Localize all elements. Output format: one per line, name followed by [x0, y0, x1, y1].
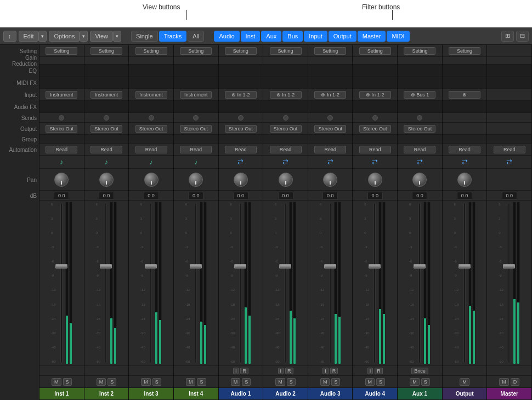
fader-thumb-audio2[interactable]	[279, 264, 291, 268]
setting-btn-aux1[interactable]: Setting	[404, 47, 435, 55]
input-btn-inst1[interactable]: Instrument	[46, 91, 77, 99]
view-single-button[interactable]: Single	[131, 31, 158, 42]
input-btn-output[interactable]: ⊗	[449, 91, 480, 99]
pan-knob-audio1[interactable]	[234, 173, 248, 187]
auto-btn-inst1[interactable]: Read	[46, 146, 77, 153]
input-btn-inst2[interactable]: Instrument	[90, 91, 122, 99]
pan-knob-inst3[interactable]	[144, 173, 159, 187]
db-value-master[interactable]: 0.0	[502, 192, 517, 199]
input-btn-audio2[interactable]: ⊗ In 1-2	[270, 91, 302, 99]
auto-btn-inst4[interactable]: Read	[180, 146, 212, 153]
setting-btn-audio3[interactable]: Setting	[314, 47, 346, 55]
db-value-aux1[interactable]: 0.0	[412, 192, 427, 199]
solo-btn-inst1[interactable]: S	[63, 378, 72, 386]
solo-btn-inst3[interactable]: S	[152, 378, 161, 386]
mute-btn-master[interactable]: M	[499, 378, 509, 386]
mute-btn-audio3[interactable]: M	[320, 378, 330, 386]
solo-btn-audio2[interactable]: S	[287, 378, 296, 386]
setting-btn-output[interactable]: Setting	[449, 47, 480, 55]
fader-thumb-audio3[interactable]	[324, 264, 336, 268]
fader-rail-inst3[interactable]	[150, 203, 152, 363]
mute-btn-inst1[interactable]: M	[52, 378, 61, 386]
edit-button[interactable]: Edit	[19, 31, 39, 42]
fader-thumb-aux1[interactable]	[414, 264, 426, 268]
fader-rail-master[interactable]	[508, 203, 510, 363]
fader-thumb-master[interactable]	[503, 264, 515, 268]
mute-btn-output[interactable]: M	[460, 378, 469, 386]
setting-btn-audio2[interactable]: Setting	[270, 47, 302, 55]
bounce-btn-aux1[interactable]: Bnce	[411, 368, 428, 374]
auto-btn-master[interactable]: Read	[494, 146, 525, 153]
input-monitor-btn-audio3[interactable]: I	[322, 368, 329, 374]
db-value-audio2[interactable]: 0.0	[278, 192, 293, 199]
pan-knob-inst4[interactable]	[189, 173, 203, 187]
fader-rail-audio4[interactable]	[373, 203, 376, 363]
input-btn-audio1[interactable]: ⊗ In 1-2	[225, 91, 257, 99]
view-tracks-button[interactable]: Tracks	[159, 31, 187, 42]
db-value-output[interactable]: 0.0	[457, 192, 472, 199]
db-value-inst4[interactable]: 0.0	[188, 192, 203, 199]
pan-aux1[interactable]	[398, 169, 442, 191]
filter-input-button[interactable]: Input	[304, 31, 327, 42]
view-all-button[interactable]: All	[188, 31, 204, 42]
options-button[interactable]: Options	[49, 31, 80, 42]
fader-rail-inst1[interactable]	[60, 203, 63, 363]
input-monitor-btn-audio2[interactable]: I	[278, 368, 284, 374]
auto-btn-audio2[interactable]: Read	[270, 146, 302, 153]
filter-midi-button[interactable]: MIDI	[387, 31, 409, 42]
input-monitor-btn-audio1[interactable]: I	[233, 368, 239, 374]
fader-thumb-audio1[interactable]	[234, 264, 246, 268]
back-button[interactable]: ↑	[3, 31, 16, 42]
setting-btn-audio4[interactable]: Setting	[359, 47, 391, 55]
solo-btn-audio3[interactable]: S	[331, 378, 340, 386]
options-arrow[interactable]: ▾	[80, 31, 88, 42]
solo-btn-inst4[interactable]: S	[197, 378, 206, 386]
view-arrow[interactable]: ▾	[113, 31, 121, 42]
db-value-audio4[interactable]: 0.0	[367, 192, 383, 199]
view-button[interactable]: View	[90, 31, 113, 42]
fader-rail-audio2[interactable]	[284, 203, 286, 363]
solo-btn-audio4[interactable]: S	[376, 378, 385, 386]
pan-knob-audio3[interactable]	[323, 173, 337, 187]
fader-rail-aux1[interactable]	[418, 203, 421, 363]
setting-btn-audio1[interactable]: Setting	[225, 47, 257, 55]
setting-btn-inst3[interactable]: Setting	[135, 47, 167, 55]
filter-bus-button[interactable]: Bus	[282, 31, 303, 42]
pan-audio1[interactable]	[219, 169, 263, 191]
setting-btn-inst4[interactable]: Setting	[180, 47, 212, 55]
pan-audio3[interactable]	[308, 169, 353, 191]
filter-audio-button[interactable]: Audio	[214, 31, 239, 42]
db-value-inst1[interactable]: 0.0	[54, 192, 69, 199]
pan-knob-inst2[interactable]	[99, 173, 114, 187]
setting-btn-inst2[interactable]: Setting	[90, 47, 122, 55]
solo-btn-aux1[interactable]: S	[421, 378, 430, 386]
auto-btn-audio3[interactable]: Read	[314, 146, 346, 153]
record-btn-audio3[interactable]: R	[330, 368, 338, 374]
pan-knob-audio2[interactable]	[279, 173, 293, 187]
fader-thumb-inst3[interactable]	[145, 264, 157, 268]
solo-btn-audio1[interactable]: S	[242, 378, 251, 386]
fader-thumb-inst4[interactable]	[190, 264, 202, 268]
pan-audio2[interactable]	[263, 169, 308, 191]
db-value-audio3[interactable]: 0.0	[322, 192, 338, 199]
auto-btn-audio1[interactable]: Read	[225, 146, 257, 153]
auto-btn-inst2[interactable]: Read	[90, 146, 122, 153]
pan-knob-aux1[interactable]	[412, 173, 427, 187]
output-btn-audio4[interactable]: Stereo Out	[359, 125, 391, 133]
output-btn-audio3[interactable]: Stereo Out	[314, 125, 346, 133]
pan-audio4[interactable]	[353, 169, 397, 191]
input-btn-audio4[interactable]: ⊗ In 1-2	[359, 91, 391, 99]
record-btn-audio2[interactable]: R	[285, 368, 293, 374]
auto-btn-output[interactable]: Read	[449, 146, 480, 153]
mute-btn-inst4[interactable]: M	[186, 378, 196, 386]
fader-thumb-inst2[interactable]	[100, 264, 112, 268]
record-btn-audio4[interactable]: R	[375, 368, 383, 374]
filter-output-button[interactable]: Output	[329, 31, 356, 42]
fader-rail-audio3[interactable]	[329, 203, 331, 363]
output-btn-inst3[interactable]: Stereo Out	[135, 125, 167, 133]
input-btn-audio3[interactable]: ⊗ In 1-2	[314, 91, 346, 99]
mute-btn-audio4[interactable]: M	[365, 378, 375, 386]
dim-btn-master[interactable]: D	[511, 378, 520, 386]
input-btn-aux1[interactable]: ⊗ Bus 1	[404, 91, 435, 99]
record-btn-audio1[interactable]: R	[240, 368, 248, 374]
